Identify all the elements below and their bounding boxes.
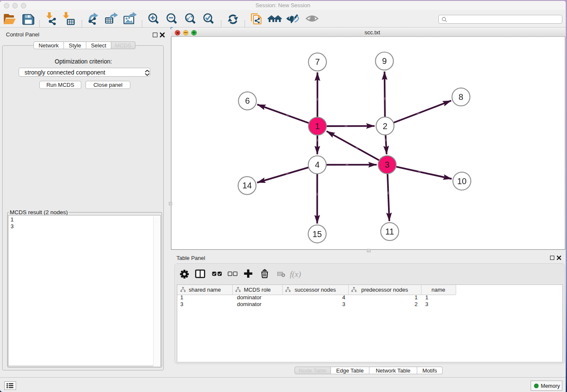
svg-text:14: 14	[242, 181, 252, 190]
svg-text:15: 15	[312, 229, 322, 239]
svg-text:4: 4	[315, 160, 319, 169]
svg-text:9: 9	[382, 56, 387, 66]
svg-text:6: 6	[245, 96, 250, 105]
svg-text:f(x): f(x)	[290, 270, 301, 279]
svg-text:8: 8	[459, 92, 463, 102]
svg-text:3: 3	[385, 160, 389, 169]
svg-text:7: 7	[315, 57, 320, 66]
svg-text:10: 10	[457, 177, 466, 186]
svg-text:2: 2	[383, 121, 387, 131]
svg-text:1: 1	[315, 121, 320, 131]
svg-text:11: 11	[385, 227, 394, 236]
